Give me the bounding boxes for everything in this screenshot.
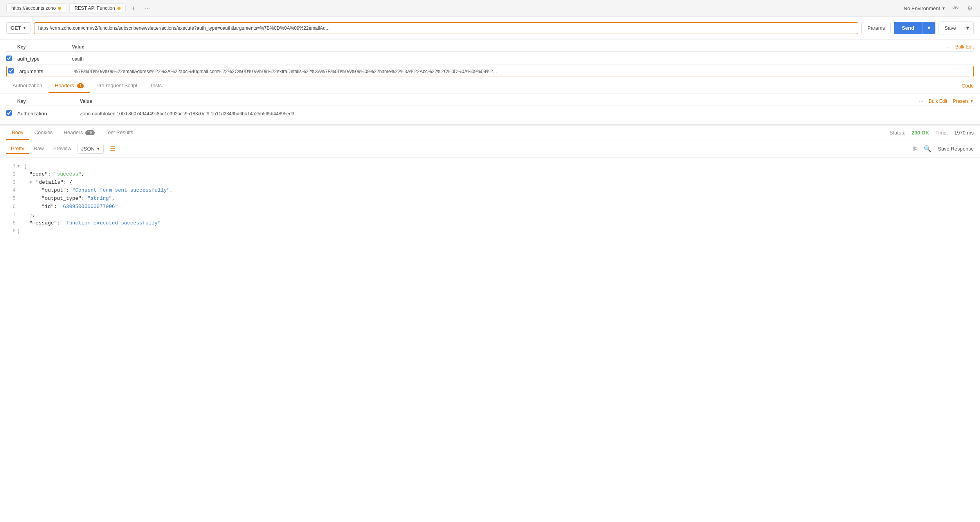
format-chevron-icon: ▼ — [96, 147, 100, 151]
json-line-1: 1 ▼ { — [6, 162, 974, 170]
chevron-down-icon2: ▼ — [23, 26, 27, 30]
tab-dot-orange — [58, 7, 61, 10]
save-button-group: Save ▼ — [939, 22, 974, 34]
json-line-4: 4 "output": "Consent form sent successfu… — [6, 187, 974, 195]
param-value-2: %7B%0D%0A%09%22emailAddress%22%3A%22abc%… — [74, 69, 972, 74]
response-actions: ⎘ 🔍 Save Response — [913, 145, 974, 152]
auth-check[interactable] — [6, 110, 17, 117]
headers-col-key: Key — [17, 99, 80, 104]
tab-tests[interactable]: Tests — [144, 79, 168, 93]
save-dropdown-button[interactable]: ▼ — [962, 22, 974, 34]
tab-headers[interactable]: Headers 1 — [49, 79, 90, 93]
presets-chevron-icon: ▼ — [970, 99, 974, 103]
response-status: Status: 200 OK Time: 1970 ms — [890, 130, 974, 136]
method-label: GET — [11, 25, 21, 31]
tab-rest-label: REST API Function — [74, 5, 115, 11]
time-label: Time: — [935, 130, 948, 136]
param-checkbox-1[interactable] — [6, 56, 12, 61]
json-body: 1 ▼ { 2 "code": "success", 3 ▼ "details"… — [0, 158, 980, 240]
tab-prerequest[interactable]: Pre-request Script — [90, 79, 144, 93]
json-line-6: 6 "id": "63095000000077006" — [6, 203, 974, 211]
presets-label: Presets — [953, 99, 969, 104]
params-header-actions: ··· Bulk Edit — [947, 44, 974, 50]
method-selector[interactable]: GET ▼ — [6, 22, 31, 34]
resp-tab-cookies[interactable]: Cookies — [29, 126, 58, 140]
resp-tab-test-results[interactable]: Test Results — [100, 126, 139, 140]
resp-headers-label: Headers — [64, 129, 83, 135]
tab-label: https://accounts.zoho — [11, 5, 56, 11]
url-input[interactable] — [34, 22, 859, 34]
format-selector[interactable]: JSON ▼ — [77, 144, 104, 154]
json-line-9: 9 } — [6, 227, 974, 235]
details-collapse-toggle[interactable]: ▼ — [29, 180, 32, 185]
fmt-preview[interactable]: Preview — [49, 144, 76, 154]
search-icon[interactable]: 🔍 — [924, 145, 931, 152]
params-button[interactable]: Params — [861, 22, 891, 34]
headers-table: Key Value ··· Bulk Edit Presets ▼ Author… — [0, 93, 980, 123]
send-dropdown-button[interactable]: ▼ — [922, 22, 935, 34]
resp-headers-badge: 18 — [85, 130, 94, 135]
headers-bulk-edit[interactable]: Bulk Edit — [929, 99, 947, 104]
fmt-pretty[interactable]: Pretty — [6, 144, 29, 154]
tab-authorization[interactable]: Authorization — [6, 79, 49, 93]
save-response-button[interactable]: Save Response — [938, 146, 974, 152]
json-line-2: 2 "code": "success", — [6, 170, 974, 179]
time-value: 1970 ms — [954, 130, 974, 136]
param-value-1: oauth — [72, 56, 974, 62]
resp-tab-body[interactable]: Body — [6, 126, 29, 140]
param-key-1: auth_type — [17, 56, 72, 62]
json-open-brace: { — [23, 163, 27, 169]
tab-add-button[interactable]: + — [129, 3, 139, 13]
json-line-7: 7 }, — [6, 211, 974, 219]
env-selector[interactable]: No Environment ▼ — [904, 5, 946, 11]
param-row: auth_type oauth — [6, 53, 974, 65]
resp-tab-headers[interactable]: Headers 18 — [58, 126, 100, 140]
response-section: Body Cookies Headers 18 Test Results Sta… — [0, 124, 980, 240]
save-button[interactable]: Save — [939, 22, 962, 34]
fmt-raw[interactable]: Raw — [29, 144, 49, 154]
tab-dot-orange2 — [117, 7, 121, 10]
headers-tab-label: Headers — [55, 83, 74, 88]
param-check-2[interactable] — [8, 68, 19, 75]
gear-icon[interactable]: ⚙ — [966, 4, 974, 12]
top-right-controls: No Environment ▼ 👁 ⚙ — [904, 4, 974, 12]
param-key-2: arguments — [19, 68, 74, 74]
env-label: No Environment — [904, 5, 940, 11]
json-line-3: 3 ▼ "details": { — [6, 179, 974, 187]
wrap-icon[interactable]: ☰ — [110, 145, 115, 152]
line-number: 1 — [6, 162, 16, 170]
json-line-5: 5 "output_type": "string", — [6, 195, 974, 203]
request-tabs: Authorization Headers 1 Pre-request Scri… — [0, 79, 980, 93]
headers-badge: 1 — [77, 83, 84, 88]
params-header: Key Value ··· Bulk Edit — [6, 43, 974, 52]
params-col-value: Value — [72, 44, 947, 50]
code-link[interactable]: Code — [962, 83, 974, 89]
collapse-toggle[interactable]: ▼ — [17, 164, 20, 169]
headers-presets[interactable]: Presets ▼ — [953, 99, 974, 104]
param-check-1[interactable] — [6, 56, 17, 62]
headers-more-icon[interactable]: ··· — [919, 98, 923, 104]
tab-accounts-zoho[interactable]: https://accounts.zoho — [6, 4, 66, 13]
json-line-8: 8 "message": "function executed successf… — [6, 219, 974, 228]
copy-icon[interactable]: ⎘ — [913, 145, 917, 152]
header-row: Authorization Zoho-oauthtoken 1000.86074… — [6, 108, 974, 120]
tab-more-button[interactable]: ··· — [142, 3, 153, 13]
send-button[interactable]: Send — [894, 22, 922, 34]
format-label: JSON — [81, 146, 95, 152]
param-row-highlighted: arguments %7B%0D%0A%09%22emailAddress%22… — [6, 66, 974, 77]
response-tabs-bar: Body Cookies Headers 18 Test Results Sta… — [0, 126, 980, 140]
status-label: Status: — [890, 130, 905, 136]
params-table: Key Value ··· Bulk Edit auth_type oauth … — [0, 39, 980, 77]
tab-rest-api[interactable]: REST API Function — [69, 4, 125, 13]
param-checkbox-2[interactable] — [8, 68, 14, 74]
eye-icon[interactable]: 👁 — [952, 4, 960, 12]
params-more-icon[interactable]: ··· — [947, 44, 951, 50]
params-bulk-edit[interactable]: Bulk Edit — [955, 44, 974, 50]
tab-bar: https://accounts.zoho REST API Function … — [0, 0, 980, 17]
headers-header: Key Value ··· Bulk Edit Presets ▼ — [6, 97, 974, 106]
auth-checkbox[interactable] — [6, 110, 12, 116]
body-format-tabs: Pretty Raw Preview JSON ▼ ☰ ⎘ 🔍 Save Res… — [0, 140, 980, 158]
auth-header-value: Zoho-oauthtoken 1000.8607494449c8bc1e392… — [80, 111, 974, 117]
request-bar: GET ▼ Params Send ▼ Save ▼ — [0, 17, 980, 39]
params-col-key: Key — [17, 44, 72, 50]
